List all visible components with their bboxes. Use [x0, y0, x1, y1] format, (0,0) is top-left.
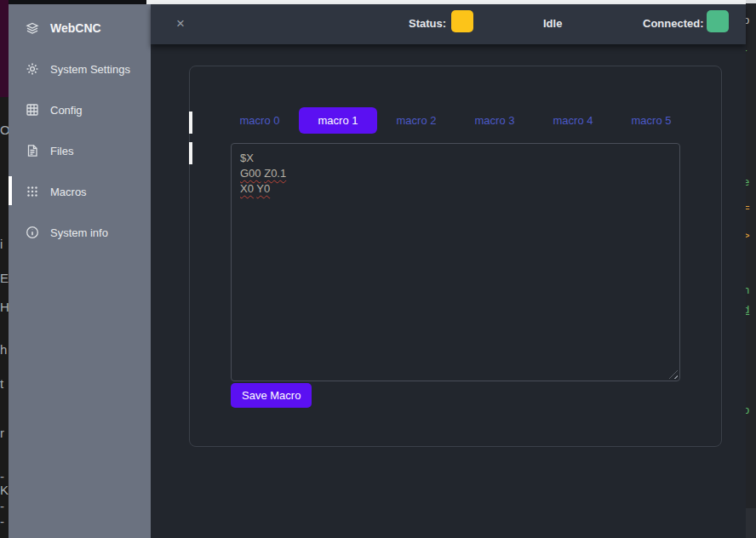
macro-textarea[interactable]: $X G00 Z0.1 X0 Y0: [231, 143, 680, 381]
clipped-text: r: [746, 46, 747, 59]
sidebar-item-label: System info: [50, 226, 108, 239]
scrollbar-thumb[interactable]: [189, 142, 192, 164]
sidebar-item-label: WebCNC: [50, 21, 101, 35]
webcnc-screen: Op i E H h t r - K - - o r j e = > h d o…: [0, 0, 756, 538]
status-label: Status:: [409, 17, 446, 30]
background-page-left-edge: Op i E H h t r - K - -: [0, 0, 9, 538]
resize-handle-icon[interactable]: [669, 370, 678, 379]
macro-line: X0 Y0: [240, 181, 671, 197]
macro-tabs: macro 0 macro 1 macro 2 macro 3 macro 4 …: [220, 107, 690, 134]
clipped-text: -: [0, 499, 4, 513]
sidebar-item-label: System Settings: [50, 63, 130, 76]
clipped-text: =: [746, 201, 750, 214]
gcode-word: Z0.1: [264, 167, 286, 180]
topbar: × Status: Idle Connected:: [151, 4, 746, 44]
tab-macro-5[interactable]: macro 5: [612, 107, 690, 134]
macro-line: G00 Z0.1: [240, 166, 671, 181]
gcode-word: G00: [240, 167, 261, 180]
clipped-text: -: [0, 514, 4, 529]
sidebar-item-label: Files: [50, 145, 73, 157]
background-terminal-edge: [0, 0, 9, 97]
layers-icon: [25, 21, 39, 36]
clipped-text: o: [746, 14, 749, 26]
clipped-text: r: [0, 426, 4, 440]
sidebar-item-system-info[interactable]: System info: [9, 217, 151, 248]
file-icon: [25, 144, 39, 158]
clipped-text: -: [0, 469, 4, 484]
clipped-text: E: [0, 271, 9, 285]
clipped-text: H: [0, 300, 9, 314]
sidebar-item-label: Macros: [50, 186, 87, 198]
active-item-indicator: [9, 176, 12, 205]
macros-panel: macro 0 macro 1 macro 2 macro 3 macro 4 …: [189, 66, 722, 447]
sidebar-item-files[interactable]: Files: [9, 135, 151, 166]
clipped-link-text: d: [746, 303, 749, 316]
connected-label: Connected:: [643, 17, 704, 30]
status-indicator: [451, 10, 473, 32]
background-page-right-edge: o r j e = > h d o: [746, 0, 756, 538]
tab-macro-1[interactable]: macro 1: [299, 107, 377, 134]
dots-grid-icon: [25, 185, 39, 199]
tab-macro-3[interactable]: macro 3: [455, 107, 534, 134]
sidebar-item-system-settings[interactable]: System Settings: [9, 54, 151, 84]
clipped-text: K: [0, 483, 9, 497]
tab-macro-4[interactable]: macro 4: [534, 107, 612, 134]
tab-macro-0[interactable]: macro 0: [220, 107, 299, 134]
macro-line: $X: [240, 151, 671, 166]
clipped-text: e: [746, 175, 749, 188]
sidebar-item-config[interactable]: Config: [9, 94, 151, 125]
main-content: macro 0 macro 1 macro 2 macro 3 macro 4 …: [151, 44, 746, 538]
scrollbar-thumb[interactable]: [189, 112, 192, 134]
clipped-text: i: [0, 237, 3, 251]
clipped-text: >: [746, 229, 750, 242]
sidebar-item-label: Config: [50, 104, 83, 117]
save-macro-button[interactable]: Save Macro: [231, 383, 312, 408]
table-grid-icon: [25, 103, 39, 117]
sidebar-item-webcnc[interactable]: WebCNC: [9, 13, 151, 43]
status-value: Idle: [543, 17, 562, 30]
sidebar: WebCNC System Settings Config Files: [9, 4, 151, 538]
clipped-text: h: [0, 342, 7, 357]
clipped-text: t: [0, 376, 3, 391]
connected-indicator: [707, 10, 729, 32]
clipped-text: h: [746, 283, 749, 296]
gear-icon: [25, 62, 39, 77]
clipped-text: Op: [0, 123, 9, 137]
gcode-word: X0: [240, 182, 254, 195]
gcode-word: Y0: [256, 182, 270, 195]
info-icon: [25, 226, 39, 240]
clipped-text: o: [746, 404, 749, 416]
background-top-edge-light: [746, 0, 756, 3]
close-icon[interactable]: ×: [171, 14, 190, 33]
sidebar-item-macros[interactable]: Macros: [9, 176, 151, 207]
tab-macro-2[interactable]: macro 2: [377, 107, 455, 134]
background-statusbar-edge: [746, 508, 756, 538]
